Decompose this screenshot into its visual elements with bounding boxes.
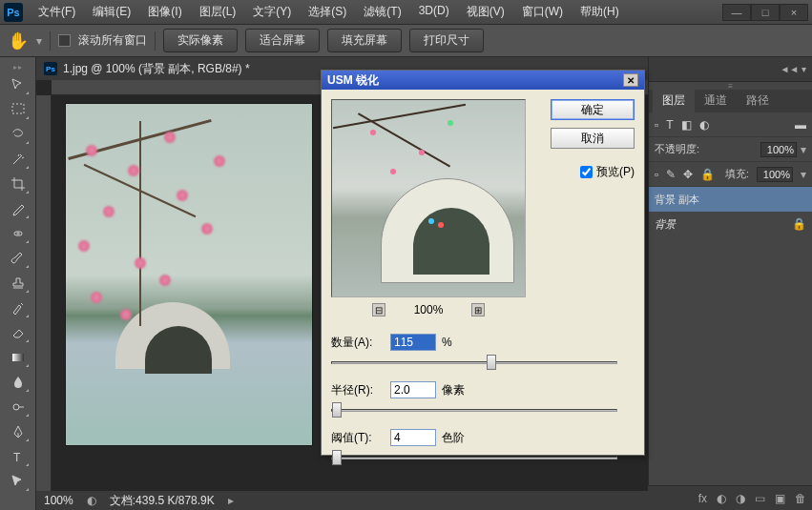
options-bar: ✋ ▾ 滚动所有窗口 实际像素 适合屏幕 填充屏幕 打印尺寸 bbox=[0, 25, 812, 57]
healing-tool[interactable] bbox=[7, 223, 30, 244]
zoom-in-button[interactable]: ⊞ bbox=[471, 303, 485, 316]
amount-slider[interactable] bbox=[331, 355, 617, 370]
canvas[interactable] bbox=[65, 103, 313, 446]
type-tool[interactable]: T bbox=[7, 446, 30, 467]
menu-help[interactable]: 帮助(H) bbox=[573, 2, 627, 22]
tab-layers[interactable]: 图层 bbox=[653, 89, 695, 112]
menu-file[interactable]: 文件(F) bbox=[31, 2, 83, 22]
panel-handle[interactable]: ▸▸ bbox=[4, 63, 32, 71]
threshold-input[interactable] bbox=[390, 429, 436, 446]
fx-icon[interactable]: fx bbox=[698, 492, 707, 505]
radius-input[interactable] bbox=[390, 381, 436, 398]
eraser-tool[interactable] bbox=[7, 322, 30, 343]
filter-icon[interactable]: T bbox=[666, 118, 673, 132]
opacity-input[interactable] bbox=[760, 142, 797, 157]
fill-screen-button[interactable]: 填充屏幕 bbox=[327, 29, 402, 52]
radius-slider[interactable] bbox=[331, 402, 617, 418]
minimize-button[interactable]: — bbox=[722, 4, 751, 21]
stamp-tool[interactable] bbox=[7, 273, 30, 294]
lock-row: ▫ ✎ ✥ 🔒 填充: ▾ bbox=[649, 162, 812, 187]
amount-label: 数量(A): bbox=[331, 335, 385, 351]
close-button[interactable]: × bbox=[780, 4, 808, 21]
scroll-all-label: 滚动所有窗口 bbox=[78, 32, 147, 49]
filter-icon[interactable]: ◐ bbox=[699, 118, 709, 132]
brush-tool[interactable] bbox=[7, 248, 30, 269]
tab-paths[interactable]: 路径 bbox=[737, 89, 779, 112]
threshold-label: 阈值(T): bbox=[331, 430, 385, 446]
menu-layer[interactable]: 图层(L) bbox=[192, 2, 244, 22]
tools-panel: ▸▸ T bbox=[0, 57, 36, 510]
filter-toggle[interactable]: ▬ bbox=[795, 118, 806, 132]
radius-unit: 像素 bbox=[442, 382, 465, 398]
menu-select[interactable]: 选择(S) bbox=[301, 2, 354, 22]
svg-text:T: T bbox=[13, 451, 21, 464]
new-layer-icon[interactable]: ▣ bbox=[775, 492, 785, 505]
lock-move-icon[interactable]: ✥ bbox=[683, 168, 693, 181]
maximize-button[interactable]: □ bbox=[751, 4, 780, 21]
zoom-out-button[interactable]: ⊟ bbox=[372, 303, 385, 316]
pen-tool[interactable] bbox=[7, 421, 30, 442]
amount-unit: % bbox=[442, 336, 452, 349]
usm-sharpen-dialog: USM 锐化 ✕ ⊟ 100% ⊞ 确定 取消 预览(P) bbox=[321, 70, 645, 456]
panel-collapse[interactable]: ◄◄ ▾ bbox=[649, 57, 812, 82]
path-tool[interactable] bbox=[7, 471, 30, 492]
eyedropper-tool[interactable] bbox=[7, 198, 30, 219]
filter-icon[interactable]: ◧ bbox=[681, 118, 692, 132]
dodge-tool[interactable] bbox=[7, 397, 30, 418]
folder-icon[interactable]: ▭ bbox=[755, 492, 765, 505]
ok-button[interactable]: 确定 bbox=[551, 99, 635, 120]
chevron-down-icon[interactable]: ▾ bbox=[801, 168, 806, 181]
lock-brush-icon[interactable]: ✎ bbox=[666, 168, 676, 181]
fit-screen-button[interactable]: 适合屏幕 bbox=[245, 29, 320, 52]
chevron-right-icon[interactable]: ▸ bbox=[228, 494, 234, 507]
preview-checkbox[interactable] bbox=[580, 166, 593, 178]
dialog-titlebar[interactable]: USM 锐化 ✕ bbox=[322, 71, 644, 90]
amount-input[interactable] bbox=[390, 334, 436, 351]
layer-filter-row: ▫ T ◧ ◐ ▬ bbox=[649, 112, 812, 137]
divider bbox=[50, 31, 51, 51]
crop-tool[interactable] bbox=[7, 173, 30, 194]
wand-tool[interactable] bbox=[7, 149, 30, 170]
lasso-tool[interactable] bbox=[7, 124, 30, 145]
ruler-vertical[interactable] bbox=[36, 95, 52, 491]
title-bar: Ps 文件(F) 编辑(E) 图像(I) 图层(L) 文字(Y) 选择(S) 滤… bbox=[0, 0, 812, 25]
preview-image[interactable] bbox=[331, 99, 526, 297]
menu-window[interactable]: 窗口(W) bbox=[514, 2, 571, 22]
layer-item[interactable]: 背景 副本 bbox=[649, 187, 812, 212]
threshold-unit: 色阶 bbox=[442, 430, 465, 446]
window-controls: — □ × bbox=[722, 4, 808, 21]
zoom-level[interactable]: 100% bbox=[44, 494, 73, 507]
dropdown-icon[interactable]: ▾ bbox=[36, 34, 42, 48]
main-menu: 文件(F) 编辑(E) 图像(I) 图层(L) 文字(Y) 选择(S) 滤镜(T… bbox=[31, 2, 627, 22]
menu-view[interactable]: 视图(V) bbox=[459, 2, 512, 22]
fill-input[interactable] bbox=[757, 167, 793, 182]
gradient-tool[interactable] bbox=[7, 347, 30, 368]
menu-3d[interactable]: 3D(D) bbox=[411, 2, 457, 22]
trash-icon[interactable]: 🗑 bbox=[795, 492, 806, 505]
tab-channels[interactable]: 通道 bbox=[695, 89, 737, 112]
chevron-down-icon[interactable]: ▾ bbox=[801, 143, 806, 156]
history-brush-tool[interactable] bbox=[7, 297, 30, 318]
menu-type[interactable]: 文字(Y) bbox=[245, 2, 299, 22]
menu-image[interactable]: 图像(I) bbox=[140, 2, 189, 22]
lock-pixel-icon[interactable]: ▫ bbox=[655, 168, 658, 181]
adjustment-icon[interactable]: ◑ bbox=[736, 492, 745, 505]
lock-all-icon[interactable]: 🔒 bbox=[700, 168, 715, 181]
filter-icon[interactable]: ▫ bbox=[655, 118, 658, 132]
menu-filter[interactable]: 滤镜(T) bbox=[356, 2, 408, 22]
layer-item[interactable]: 背景 🔒 bbox=[649, 212, 812, 236]
marquee-tool[interactable] bbox=[7, 99, 30, 120]
menu-edit[interactable]: 编辑(E) bbox=[85, 2, 138, 22]
cancel-button[interactable]: 取消 bbox=[551, 128, 635, 149]
preview-label: 预览(P) bbox=[596, 164, 635, 180]
document-title: 1.jpg @ 100% (背景 副本, RGB/8#) * bbox=[63, 61, 250, 77]
actual-pixels-button[interactable]: 实际像素 bbox=[163, 29, 238, 52]
scroll-all-checkbox[interactable] bbox=[58, 34, 71, 47]
threshold-slider[interactable] bbox=[331, 450, 617, 465]
dialog-close-button[interactable]: ✕ bbox=[623, 73, 638, 87]
move-tool[interactable] bbox=[7, 74, 30, 95]
info-icon[interactable]: ◐ bbox=[87, 494, 96, 507]
blur-tool[interactable] bbox=[7, 372, 30, 393]
print-size-button[interactable]: 打印尺寸 bbox=[409, 29, 484, 52]
mask-icon[interactable]: ◐ bbox=[717, 492, 726, 505]
